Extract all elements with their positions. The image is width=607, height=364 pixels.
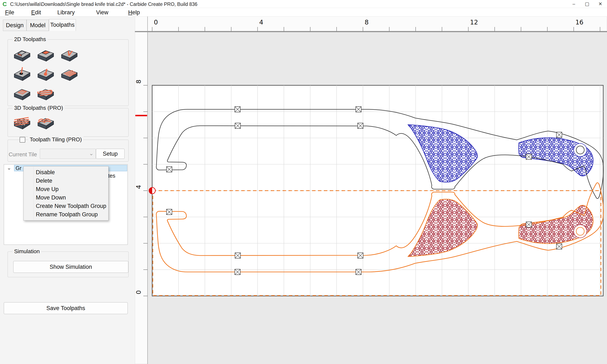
- ruler-label: 8: [135, 80, 142, 84]
- context-menu-gutter: [33, 167, 34, 220]
- context-menu-move-down[interactable]: Move Down: [36, 193, 107, 202]
- ruler-label: 16: [575, 19, 583, 26]
- app-logo-icon: C: [2, 1, 7, 8]
- tab-design[interactable]: Design: [3, 20, 26, 31]
- tab-marker[interactable]: [235, 253, 240, 258]
- title-bar: C C:\Users\willa\Downloads\Single bread …: [0, 0, 607, 8]
- texture-toolpath-icon[interactable]: [60, 66, 79, 83]
- show-simulation-button[interactable]: Show Simulation: [13, 261, 128, 273]
- tab-model[interactable]: Model: [26, 20, 49, 31]
- simulation-label: Simulation: [13, 248, 41, 255]
- chevron-down-icon: ⌄: [89, 150, 93, 157]
- tab-marker[interactable]: [526, 154, 531, 159]
- current-tile-label: Current Tile: [9, 151, 37, 158]
- tab-marker[interactable]: [356, 107, 361, 112]
- group-3d-toolpaths: 3D Toolpaths (PRO): [8, 108, 129, 137]
- group-2d-toolpaths: 2D Toolpaths V: [8, 39, 129, 106]
- vcarve-toolpath-icon[interactable]: V: [60, 46, 79, 64]
- tab-marker[interactable]: [167, 167, 172, 172]
- menu-bar: File Edit Library View Help: [0, 8, 607, 16]
- group-2d-toolpaths-label: 2D Toolpaths: [13, 36, 48, 42]
- tree-expand-chevron-icon[interactable]: ⌄: [7, 165, 11, 171]
- horizontal-ruler: [135, 16, 607, 31]
- 3d-rough-toolpath-icon[interactable]: [13, 114, 32, 132]
- tab-marker[interactable]: [556, 132, 562, 138]
- texture-area-toolpath-icon[interactable]: [13, 85, 32, 103]
- group-toolpath-tiling: Toolpath Tiling (PRO) Current Tile ⌄ Set…: [8, 140, 129, 162]
- tab-marker[interactable]: [358, 253, 363, 258]
- ruler-label: 0: [154, 19, 158, 26]
- menu-help[interactable]: Help: [126, 9, 142, 16]
- tab-toolpaths[interactable]: Toolpaths: [49, 19, 76, 31]
- group-3d-toolpaths-label: 3D Toolpaths (PRO): [13, 105, 65, 111]
- menu-view[interactable]: View: [94, 9, 110, 16]
- tab-marker[interactable]: [235, 269, 240, 275]
- drill-toolpath-icon[interactable]: [13, 66, 32, 83]
- ruler-label: 4: [259, 19, 263, 26]
- ramp-toolpath-icon[interactable]: [36, 85, 55, 103]
- menu-library[interactable]: Library: [56, 9, 77, 16]
- save-toolpaths-button[interactable]: Save Toolpaths: [4, 302, 128, 314]
- ruler-red-marker: [135, 115, 147, 116]
- 3d-finish-toolpath-icon[interactable]: [36, 114, 55, 132]
- lanyard-hole: [576, 146, 584, 154]
- vertical-ruler: [135, 16, 147, 364]
- context-menu-rename-group[interactable]: Rename Toolpath Group: [36, 210, 107, 219]
- context-menu-move-up[interactable]: Move Up: [36, 185, 107, 193]
- ruler-label: 12: [470, 19, 478, 26]
- pocket-toolpath-icon[interactable]: [36, 46, 55, 64]
- lanyard-hole: [576, 227, 584, 235]
- close-button[interactable]: ✕: [594, 0, 607, 8]
- tiling-label: Toolpath Tiling (PRO): [28, 136, 83, 143]
- keyhole-toolpath-icon[interactable]: [36, 66, 55, 83]
- tab-marker[interactable]: [556, 244, 562, 249]
- ruler-label: 8: [365, 19, 369, 26]
- menu-file[interactable]: File: [3, 9, 16, 16]
- window-title: C:\Users\willa\Downloads\Single bread kn…: [10, 1, 197, 7]
- context-menu-create-group[interactable]: Create New Toolpath Group: [36, 202, 107, 210]
- ruler-label: 4: [135, 185, 142, 189]
- maximize-button[interactable]: ▢: [581, 0, 594, 8]
- current-tile-select[interactable]: ⌄: [40, 149, 96, 159]
- design-canvas[interactable]: 0481216840: [135, 16, 607, 364]
- group-simulation: Simulation Show Simulation: [8, 251, 129, 277]
- left-panel: Design Model Toolpaths 2D Toolpaths V: [0, 16, 135, 364]
- tab-marker[interactable]: [235, 107, 240, 112]
- ruler-label: 0: [135, 290, 142, 294]
- contour-toolpath-icon[interactable]: [13, 46, 32, 64]
- tab-marker[interactable]: [235, 123, 240, 129]
- toolpath-tree[interactable]: ⌄ Gr utes Disable Delete Move Up Move Do…: [4, 164, 128, 245]
- minimize-button[interactable]: –: [567, 0, 581, 8]
- tab-marker[interactable]: [358, 123, 363, 129]
- setup-button[interactable]: Setup: [96, 149, 125, 159]
- context-menu: Disable Delete Move Up Move Down Create …: [23, 166, 108, 221]
- tiling-checkbox[interactable]: [20, 137, 25, 143]
- tab-marker[interactable]: [526, 222, 531, 227]
- tab-marker[interactable]: [356, 269, 361, 275]
- menu-edit[interactable]: Edit: [29, 9, 43, 16]
- context-menu-delete[interactable]: Delete: [36, 177, 107, 185]
- context-menu-disable[interactable]: Disable: [36, 168, 107, 177]
- tab-marker[interactable]: [167, 209, 172, 215]
